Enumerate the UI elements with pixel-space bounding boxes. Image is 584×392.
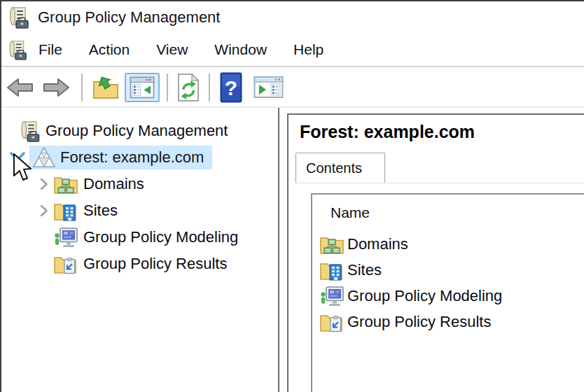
list-column-name[interactable]: Name <box>312 204 370 221</box>
window-title: Group Policy Management <box>38 8 220 27</box>
up-one-level-folder-icon <box>92 75 119 100</box>
gp-modeling-icon <box>53 226 78 248</box>
tree-item-label: Sites <box>83 202 118 220</box>
up-one-level-button[interactable] <box>92 75 119 100</box>
list-item-gp-results[interactable]: Group Policy Results <box>312 309 584 335</box>
list-item-sites[interactable]: Sites <box>312 257 584 283</box>
refresh-icon <box>176 73 200 102</box>
sites-icon <box>319 259 345 281</box>
contents-list: Name Domains Sites Group Policy Modeling… <box>311 193 584 392</box>
forest-icon <box>32 146 56 169</box>
gpmc-menu-icon <box>7 39 27 61</box>
tree-item-forest[interactable]: Forest: example.com <box>29 146 212 169</box>
list-item-label: Sites <box>347 261 382 279</box>
back-arrow-icon <box>6 77 34 98</box>
tab-divider <box>296 183 584 183</box>
toolbar: ? <box>1 69 584 108</box>
svg-text:?: ? <box>225 76 237 99</box>
tree-root-label: Group Policy Management <box>46 122 228 140</box>
toolbar-separator <box>167 74 168 102</box>
list-item-gp-modeling[interactable]: Group Policy Modeling <box>312 283 584 309</box>
tab-contents-label: Contents <box>306 160 362 176</box>
gp-modeling-icon <box>319 285 345 307</box>
toolbar-separator <box>81 74 83 102</box>
gp-results-icon <box>319 311 345 333</box>
list-item-label: Domains <box>347 235 408 253</box>
sites-icon <box>53 200 78 222</box>
tab-contents[interactable]: Contents <box>296 153 385 183</box>
menu-bar: File Action View Window Help <box>1 34 584 67</box>
tree-forest-label: Forest: example.com <box>60 148 204 167</box>
tree-item-sites[interactable]: Sites <box>36 197 118 224</box>
content-pane: Forest: example.com Contents Name Domain… <box>287 113 584 392</box>
show-action-pane-button[interactable] <box>253 75 284 100</box>
help-button[interactable]: ? <box>220 72 242 103</box>
console-tree-pane: Group Policy Management Forest: example.… <box>1 108 279 392</box>
gpmc-app-icon <box>7 6 29 29</box>
tree-item-label: Group Policy Results <box>83 255 227 273</box>
menu-help[interactable]: Help <box>293 41 324 58</box>
back-button[interactable] <box>6 77 34 98</box>
gpmc-tree-icon <box>18 120 41 143</box>
tree-item-label: Domains <box>83 175 144 193</box>
gp-results-icon <box>53 253 78 275</box>
list-item-label: Group Policy Modeling <box>347 287 502 305</box>
gpmc-window: Group Policy Management File Action View… <box>0 0 584 392</box>
tree-item-gp-results[interactable]: Group Policy Results <box>53 251 227 277</box>
menu-view[interactable]: View <box>156 41 188 58</box>
forward-arrow-icon <box>42 77 70 98</box>
domains-icon <box>53 173 78 195</box>
tree-item-root[interactable]: Group Policy Management <box>18 118 228 144</box>
console-tree-icon <box>130 76 155 99</box>
refresh-button[interactable] <box>176 73 200 102</box>
domains-icon <box>319 233 345 255</box>
chevron-down-icon[interactable] <box>9 151 26 162</box>
tree-item-domains[interactable]: Domains <box>36 171 144 197</box>
toolbar-separator <box>209 74 210 102</box>
title-bar: Group Policy Management <box>1 1 584 34</box>
menu-file[interactable]: File <box>39 41 62 58</box>
forward-button[interactable] <box>42 77 70 98</box>
show-console-tree-button[interactable] <box>125 73 160 102</box>
list-item-domains[interactable]: Domains <box>312 231 584 257</box>
action-pane-icon <box>253 75 284 100</box>
menu-action[interactable]: Action <box>89 41 130 58</box>
chevron-right-icon[interactable] <box>39 177 48 191</box>
help-icon: ? <box>220 72 242 103</box>
tree-item-label: Group Policy Modeling <box>83 228 238 246</box>
chevron-right-icon[interactable] <box>39 204 48 218</box>
tree-item-gp-modeling[interactable]: Group Policy Modeling <box>53 224 238 251</box>
content-heading: Forest: example.com <box>300 122 475 142</box>
list-item-label: Group Policy Results <box>347 313 491 331</box>
menu-window[interactable]: Window <box>214 41 267 58</box>
